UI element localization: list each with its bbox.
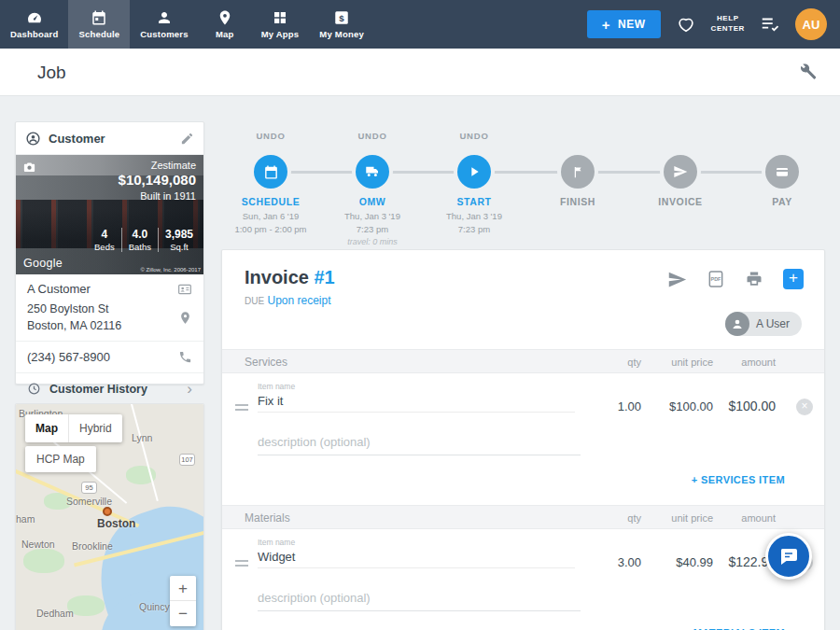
zestimate-label: Zestimate	[119, 160, 196, 171]
service-description-input[interactable]	[258, 433, 581, 455]
timeline-step-invoice: INVOICE	[634, 123, 727, 207]
job-location-marker	[103, 507, 112, 516]
town-label-newton: Newton	[21, 539, 55, 550]
customer-history-row[interactable]: Customer History ›	[16, 373, 203, 404]
map-road	[125, 404, 159, 501]
service-qty[interactable]: 1.00	[618, 399, 641, 413]
zestimate-block: Zestimate $10,149,080 Built in 1911	[119, 160, 196, 202]
top-navigation: Dashboard Schedule Customers Map My Apps…	[0, 0, 840, 49]
map-type-hybrid-button[interactable]: Hybrid	[69, 414, 122, 442]
user-avatar[interactable]: AU	[795, 8, 827, 40]
invoice-title: Invoice #1	[245, 267, 335, 288]
map-pin-icon	[217, 9, 233, 26]
add-invoice-item-button[interactable]: +	[783, 269, 804, 289]
step-label: SCHEDULE	[224, 196, 317, 207]
invoice-title-text: Invoice	[245, 267, 309, 287]
new-button-label: NEW	[618, 18, 646, 31]
nav-item-map[interactable]: Map	[199, 0, 251, 49]
nav-item-dashboard[interactable]: Dashboard	[0, 0, 68, 49]
material-qty[interactable]: 3.00	[618, 555, 641, 569]
send-invoice-icon[interactable]	[667, 270, 687, 289]
drag-handle-icon[interactable]	[235, 401, 248, 413]
pdf-icon[interactable]: PDF	[707, 270, 725, 288]
service-item-name-input[interactable]	[258, 392, 575, 413]
step-label: START	[427, 196, 521, 207]
town-label-somerville: Somerville	[66, 496, 112, 507]
heart-referral-icon[interactable]	[676, 14, 696, 35]
chevron-right-icon: ›	[187, 381, 192, 397]
timeline-step-start: UNDO START Thu, Jan 3 '19 7:23 pm	[427, 123, 521, 236]
item-name-label: Item name	[258, 382, 295, 391]
user-avatar-icon	[725, 312, 749, 336]
amount-column-header: amount	[741, 512, 776, 524]
nav-item-my-money[interactable]: $ My Money	[309, 0, 374, 49]
due-label: DUE	[245, 296, 264, 306]
baths-value: 4.0	[129, 228, 151, 241]
service-line-item: Item name 1.00 $100.00 $100.00 ×	[222, 381, 824, 427]
invoice-actions: PDF +	[667, 269, 804, 289]
remove-service-item-button[interactable]: ×	[796, 399, 813, 415]
contact-card-icon[interactable]	[177, 282, 192, 297]
service-unit-price[interactable]: $100.00	[669, 399, 713, 413]
nav-label: Customers	[140, 29, 188, 39]
address-line2: Boston, MA 02116	[27, 319, 121, 332]
town-label-quincy: Quincy	[139, 601, 170, 612]
map-canvas[interactable]: Burlington Lynn Somerville Boston Brookl…	[16, 404, 203, 630]
map-type-map-button[interactable]: Map	[25, 414, 69, 442]
svg-text:$: $	[339, 13, 344, 23]
nav-item-customers[interactable]: Customers	[130, 0, 198, 49]
services-header-label: Services	[245, 356, 287, 369]
print-icon[interactable]	[745, 270, 763, 288]
help-center-link[interactable]: HELP CENTER	[711, 14, 746, 35]
material-line-item: Item name 3.00 $40.99 $122.97 ×	[222, 537, 824, 583]
assigned-user-pill[interactable]: A User	[725, 312, 802, 336]
nav-item-my-apps[interactable]: My Apps	[251, 0, 310, 49]
property-photo: Zestimate $10,149,080 Built in 1911 4 Be…	[16, 155, 203, 274]
location-pin-icon[interactable]	[178, 311, 192, 325]
material-item-name-input[interactable]	[258, 548, 575, 568]
customer-address: 250 Boylston St Boston, MA 02116	[27, 301, 121, 334]
zoom-out-button[interactable]: −	[170, 601, 196, 626]
job-status-timeline: UNDO SCHEDULE Sun, Jan 6 '19 1:00 pm - 2…	[221, 123, 825, 243]
history-icon	[27, 382, 41, 396]
hcp-map-button[interactable]: HCP Map	[25, 446, 96, 472]
help-line1: HELP	[711, 14, 746, 24]
zoom-in-button[interactable]: +	[170, 576, 196, 601]
invoice-number[interactable]: #1	[314, 267, 334, 287]
amount-column-header: amount	[741, 357, 776, 368]
new-button[interactable]: + NEW	[587, 10, 661, 38]
nav-label: Map	[216, 29, 234, 39]
invoice-circle-send-icon[interactable]	[664, 155, 697, 189]
material-unit-price[interactable]: $40.99	[676, 555, 713, 569]
phone-icon[interactable]	[178, 350, 192, 364]
zestimate-value: $10,149,080	[119, 172, 196, 188]
activity-checklist-icon[interactable]	[760, 14, 780, 35]
edit-pencil-icon[interactable]	[180, 132, 194, 146]
invoice-card: Invoice #1 PDF + DUE Upon receipt A User…	[221, 249, 825, 630]
town-label-waltham: ham	[16, 513, 35, 525]
town-label-brookline: Brookline	[72, 540, 113, 552]
schedule-circle-calendar-icon[interactable]	[254, 155, 287, 189]
job-tools-icon[interactable]	[798, 62, 818, 85]
timeline-step-schedule: UNDO SCHEDULE Sun, Jan 6 '19 1:00 pm - 2…	[224, 123, 317, 236]
pay-circle-card-icon[interactable]	[765, 155, 799, 189]
map-type-control: Map Hybrid	[25, 414, 122, 442]
material-description-input[interactable]	[258, 589, 581, 611]
nav-item-schedule[interactable]: Schedule	[68, 0, 130, 49]
apps-grid-icon	[272, 9, 288, 26]
sqft-label: Sq.ft	[165, 242, 193, 252]
start-circle-play-icon[interactable]	[457, 155, 491, 189]
finish-circle-flag-icon[interactable]	[561, 155, 595, 189]
nav-label: Dashboard	[10, 29, 58, 39]
map-card: Burlington Lynn Somerville Boston Brookl…	[15, 403, 204, 630]
add-services-item-link[interactable]: + SERVICES ITEM	[692, 474, 785, 485]
undo-omw-button[interactable]: UNDO	[326, 131, 419, 144]
built-year: Built in 1911	[119, 190, 196, 202]
chat-support-button[interactable]	[765, 533, 812, 580]
undo-start-button[interactable]: UNDO	[427, 131, 521, 144]
omw-circle-truck-icon[interactable]	[356, 155, 389, 189]
due-value-link[interactable]: Upon receipt	[267, 294, 330, 307]
drag-handle-icon[interactable]	[235, 557, 248, 569]
undo-schedule-button[interactable]: UNDO	[224, 131, 317, 144]
assigned-user-name: A User	[756, 317, 790, 330]
